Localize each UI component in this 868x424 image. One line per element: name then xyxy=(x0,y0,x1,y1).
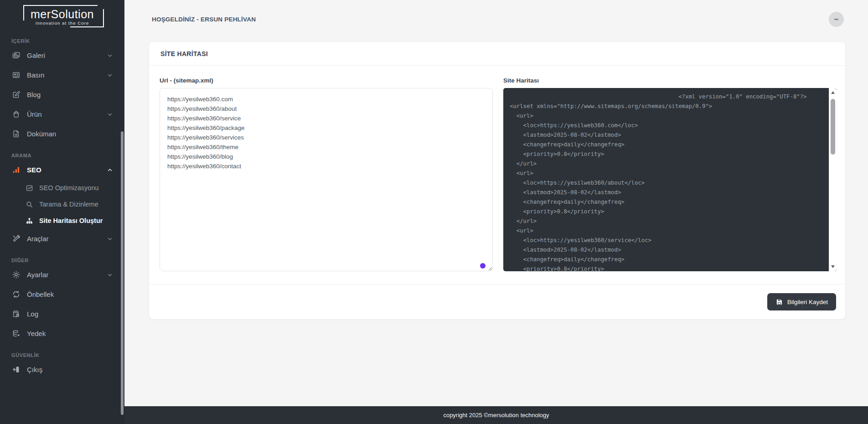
sidebar-item-label: Ayarlar xyxy=(27,271,101,279)
sidebar-item-ayarlar[interactable]: Ayarlar xyxy=(0,265,124,284)
copyright-text: copyright 2025 ©mersolution technology xyxy=(443,412,549,419)
sidebar-item-urun[interactable]: Ürün xyxy=(0,104,124,124)
save-floppy-icon xyxy=(775,298,783,306)
save-button[interactable]: Bilgileri Kaydet xyxy=(767,293,836,310)
chevron-down-icon xyxy=(107,236,113,242)
sidebar-item-blog[interactable]: Blog xyxy=(0,85,124,104)
gallery-icon xyxy=(11,51,21,60)
sitemap-label: Site Haritası xyxy=(503,77,837,84)
sidebar-item-label: Doküman xyxy=(27,130,113,138)
sitemap-icon xyxy=(25,217,33,225)
logout-icon xyxy=(11,365,21,374)
avatar-button[interactable] xyxy=(829,12,844,27)
purple-indicator-dot[interactable] xyxy=(480,263,486,269)
main-area: HOŞGELDİNİZ - ERSUN PEHLİVAN SİTE HARİTA… xyxy=(124,0,868,424)
sidebar-scrollbar[interactable] xyxy=(121,131,124,415)
chart-line-icon xyxy=(25,184,33,192)
scrollbar-arrow-down-icon[interactable] xyxy=(831,265,835,268)
sidebar-item-seo[interactable]: SEO xyxy=(0,160,124,180)
sidebar-item-label: SEO Optimizasyonu xyxy=(39,184,113,191)
footer: copyright 2025 ©mersolution technology xyxy=(124,406,868,424)
content: SİTE HARİTASI Url - (sitemap.xml) Site H… xyxy=(124,38,868,406)
sidebar-item-label: Yedek xyxy=(27,330,113,337)
sidebar-item-label: Ürün xyxy=(27,110,101,118)
sidebar-item-label: Çıkış xyxy=(27,366,113,373)
sitemap-url-textarea[interactable] xyxy=(160,88,493,271)
database-icon xyxy=(11,329,21,338)
sitemap-column: Site Haritası <?xml version="1.0" encodi… xyxy=(503,77,837,273)
section-label-diger: DİĞER xyxy=(11,258,124,263)
sidebar-item-log[interactable]: Log xyxy=(0,304,124,324)
section-label-icerik: İÇERİK xyxy=(11,38,124,44)
card-header: SİTE HARİTASI xyxy=(149,42,845,66)
logo[interactable]: merSolution Innovation at the Core xyxy=(0,0,124,29)
section-label-arama: ARAMA xyxy=(11,153,124,158)
chevron-up-icon xyxy=(107,167,113,173)
sitemap-card: SİTE HARİTASI Url - (sitemap.xml) Site H… xyxy=(149,41,846,320)
press-icon xyxy=(11,71,21,80)
card-body: Url - (sitemap.xml) Site Haritası <?xml … xyxy=(149,66,845,284)
document-icon xyxy=(11,129,21,139)
tools-icon xyxy=(11,234,21,243)
sidebar: merSolution Innovation at the Core İÇERİ… xyxy=(0,0,124,424)
sidebar-item-basin[interactable]: Basın xyxy=(0,65,124,85)
logo-title: merSolution xyxy=(31,8,94,20)
sidebar-item-label: SEO xyxy=(27,166,101,174)
section-label-guvenlik: GÜVENLİK xyxy=(11,352,124,358)
sidebar-item-yedek[interactable]: Yedek xyxy=(0,324,124,343)
url-column: Url - (sitemap.xml) xyxy=(160,77,493,273)
sitemap-xml-code[interactable]: <?xml version="1.0" encoding="UTF-8"?> <… xyxy=(503,88,829,271)
broken-avatar-icon xyxy=(834,19,838,20)
refresh-icon xyxy=(11,290,21,299)
chevron-down-icon xyxy=(107,53,113,58)
sidebar-item-label: Araçlar xyxy=(27,235,101,243)
sidebar-item-seo-optimizasyonu[interactable]: SEO Optimizasyonu xyxy=(0,180,124,196)
sidebar-item-label: Site Haritası Oluştur xyxy=(39,217,113,224)
sidebar-item-label: Tarama & Dizinleme xyxy=(39,201,113,208)
sidebar-item-tarama-dizinleme[interactable]: Tarama & Dizinleme xyxy=(0,196,124,212)
sidebar-item-onbellek[interactable]: Önbellek xyxy=(0,284,124,304)
gear-icon xyxy=(11,270,21,279)
scrollbar-arrow-up-icon[interactable] xyxy=(831,91,835,94)
seo-bars-icon xyxy=(11,165,21,175)
search-icon xyxy=(25,200,33,208)
sidebar-item-label: Galeri xyxy=(27,52,101,59)
chevron-down-icon xyxy=(107,72,113,78)
welcome-text: HOŞGELDİNİZ - ERSUN PEHLİVAN xyxy=(152,16,256,23)
sidebar-item-site-haritasi-olustur[interactable]: Site Haritası Oluştur xyxy=(0,212,124,229)
product-icon xyxy=(11,110,21,119)
sidebar-item-label: Önbellek xyxy=(27,290,113,298)
sidebar-item-araclar[interactable]: Araçlar xyxy=(0,229,124,248)
code-scrollbar[interactable] xyxy=(829,88,837,271)
save-button-label: Bilgileri Kaydet xyxy=(787,299,828,305)
topbar: HOŞGELDİNİZ - ERSUN PEHLİVAN xyxy=(124,0,868,38)
sidebar-item-label: Log xyxy=(27,310,113,318)
sidebar-item-label: Basın xyxy=(27,71,101,79)
url-label: Url - (sitemap.xml) xyxy=(160,77,493,84)
logo-subtitle: Innovation at the Core xyxy=(31,21,94,26)
scrollbar-thumb[interactable] xyxy=(831,99,835,155)
seo-submenu: SEO Optimizasyonu Tarama & Dizinleme Sit… xyxy=(0,180,124,229)
card-title: SİTE HARİTASI xyxy=(160,50,834,57)
log-clipboard-icon xyxy=(11,310,21,319)
sidebar-item-cikis[interactable]: Çıkış xyxy=(0,360,124,379)
sidebar-item-label: Blog xyxy=(27,91,113,98)
sidebar-item-dokuman[interactable]: Doküman xyxy=(0,124,124,144)
card-footer: Bilgileri Kaydet xyxy=(149,284,845,319)
sidebar-item-galeri[interactable]: Galeri xyxy=(0,46,124,65)
chevron-down-icon xyxy=(107,272,113,278)
chevron-down-icon xyxy=(107,112,113,117)
sitemap-xml-panel: <?xml version="1.0" encoding="UTF-8"?> <… xyxy=(503,88,837,271)
blog-icon xyxy=(11,90,21,99)
